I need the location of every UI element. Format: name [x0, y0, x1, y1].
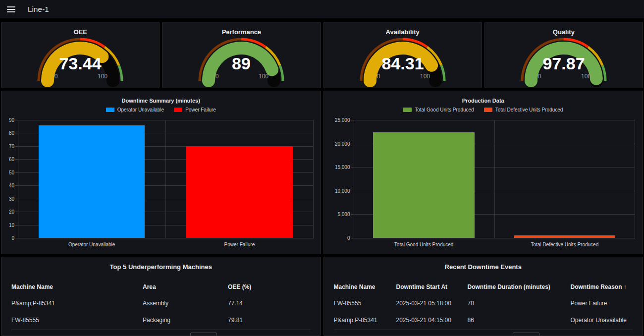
legend-item[interactable]: Total Defective Units Produced: [484, 107, 563, 112]
bar-0[interactable]: [39, 125, 145, 238]
table-cell: Operator Unavailable: [571, 317, 633, 324]
legend-swatch-icon: [484, 108, 492, 112]
legend-label: Total Defective Units Produced: [495, 107, 563, 112]
legend-swatch-icon: [174, 108, 182, 112]
x-axis-category-label: Total Good Units Produced: [354, 242, 494, 247]
gauge-panel-performance: Performance 890100: [162, 22, 321, 88]
y-axis-tick-label: 20,000: [335, 141, 350, 146]
underperforming-machines-panel: Top 5 Underperforming Machines Machine N…: [1, 257, 321, 336]
table-cell: P&amp;P-85341: [334, 317, 396, 324]
svg-text:100: 100: [259, 73, 268, 80]
y-axis-tick-label: 40: [9, 183, 14, 188]
y-axis-tick-label: 10: [9, 222, 14, 227]
pagination-button[interactable]: [190, 333, 217, 336]
column-header[interactable]: Machine Name: [11, 283, 143, 290]
table-header-row: Machine NameDowntime Start AtDowntime Du…: [334, 279, 633, 295]
hamburger-icon: [7, 6, 15, 7]
table-divider: [334, 330, 633, 330]
column-header[interactable]: Downtime Start At: [396, 283, 468, 290]
table-cell: Assembly: [143, 300, 228, 307]
gridline: [18, 238, 314, 238]
y-axis-tick-label: 25,000: [335, 117, 350, 123]
x-axis-category-label: Operator Unavailable: [18, 242, 165, 247]
y-axis-tick-label: 15,000: [335, 165, 350, 170]
table-cell: 77.14: [228, 300, 311, 307]
recent-downtime-table: Machine NameDowntime Start AtDowntime Du…: [334, 279, 633, 329]
gridline: [354, 238, 636, 238]
axis-tick: [351, 238, 354, 238]
tables-row: Top 5 Underperforming Machines Machine N…: [1, 257, 643, 336]
svg-text:97.87: 97.87: [542, 54, 585, 73]
legend-item[interactable]: Total Good Units Produced: [403, 107, 474, 112]
legend-item[interactable]: Operator Unavailable: [106, 107, 164, 112]
chart-legend: Total Good Units ProducedTotal Defective…: [324, 107, 643, 112]
table-header-row: Machine NameAreaOEE (%): [11, 279, 311, 295]
y-axis-tick-label: 90: [9, 117, 14, 123]
bar-1[interactable]: [514, 235, 616, 238]
legend-item[interactable]: Power Failure: [174, 107, 216, 112]
table-cell: Power Failure: [571, 300, 633, 307]
y-axis-tick-label: 70: [9, 143, 14, 149]
table-title: Recent Downtime Events: [324, 263, 643, 271]
x-axis-category-label: Power Failure: [165, 242, 313, 247]
legend-label: Total Good Units Produced: [415, 107, 474, 112]
column-header[interactable]: Downtime Reason ↑: [571, 283, 633, 290]
table-cell: 70: [468, 300, 571, 307]
charts-row: Downtime Summary (minutes) Operator Unav…: [1, 91, 643, 254]
table-row: P&amp;P-853412025-03-21 04:15:0086Operat…: [334, 312, 633, 329]
legend-label: Operator Unavailable: [117, 107, 164, 112]
recent-downtime-panel: Recent Downtime Events Machine NameDownt…: [323, 257, 644, 336]
menu-toggle-button[interactable]: [5, 2, 20, 17]
svg-text:0: 0: [538, 73, 541, 80]
table-row: FW-855552025-03-21 05:18:0070Power Failu…: [334, 295, 633, 312]
availability-gauge: 84.310100: [348, 25, 457, 88]
svg-text:0: 0: [54, 73, 58, 80]
table-cell: Packaging: [143, 317, 228, 324]
y-axis-tick-label: 80: [9, 130, 14, 136]
chart-title: Production Data: [324, 98, 643, 104]
y-axis-tick-label: 0: [11, 235, 14, 241]
legend-swatch-icon: [106, 108, 114, 112]
svg-text:84.31: 84.31: [381, 54, 424, 73]
legend-label: Power Failure: [185, 107, 216, 112]
svg-text:100: 100: [98, 73, 107, 80]
table-cell: 2025-03-21 05:18:00: [396, 300, 468, 307]
table-cell: 86: [468, 317, 571, 324]
table-row: FW-85555Packaging79.81: [11, 312, 311, 329]
y-axis-tick-label: 5,000: [337, 212, 350, 217]
gridline-vertical: [494, 120, 495, 238]
table-cell: 79.81: [228, 317, 311, 324]
svg-text:100: 100: [420, 73, 430, 80]
production-data-plot: 05,00010,00015,00020,00025,000Total Good…: [354, 120, 636, 238]
column-header[interactable]: Machine Name: [334, 283, 396, 290]
oee-gauge: 73.440100: [26, 25, 135, 88]
gridline-vertical: [165, 120, 166, 238]
y-axis-tick-label: 0: [347, 235, 350, 241]
table-divider: [11, 330, 311, 330]
svg-text:0: 0: [376, 73, 380, 80]
y-axis-tick-label: 50: [9, 169, 14, 175]
y-axis-tick-label: 30: [9, 196, 14, 201]
x-axis-category-label: Total Defective Units Produced: [494, 242, 635, 247]
gauges-row: OEE 73.440100 Performance 890100 Availab…: [1, 22, 643, 88]
topbar: Line-1: [0, 0, 644, 18]
y-axis-tick-label: 10,000: [335, 188, 350, 193]
gauge-panel-oee: OEE 73.440100: [1, 22, 160, 88]
column-header[interactable]: OEE (%): [228, 283, 311, 290]
bar-0[interactable]: [373, 132, 475, 238]
underperforming-machines-table: Machine NameAreaOEE (%)P&amp;P-85341Asse…: [11, 279, 311, 329]
table-title: Top 5 Underperforming Machines: [1, 263, 321, 271]
performance-gauge: 890100: [187, 25, 296, 88]
column-header[interactable]: Downtime Duration (minutes): [468, 283, 571, 290]
chart-title: Downtime Summary (minutes): [1, 98, 321, 104]
svg-text:0: 0: [215, 73, 219, 80]
y-axis-line: [354, 120, 354, 238]
dashboard-body: OEE 73.440100 Performance 890100 Availab…: [0, 18, 644, 336]
gauge-panel-availability: Availability 84.310100: [323, 22, 482, 88]
column-header[interactable]: Area: [143, 283, 228, 290]
table-cell: 2025-03-21 04:15:00: [396, 317, 468, 324]
pagination-button[interactable]: [513, 333, 539, 336]
bar-1[interactable]: [186, 146, 293, 238]
y-axis-tick-label: 60: [9, 157, 14, 162]
dashboard-title: Line-1: [28, 5, 49, 13]
